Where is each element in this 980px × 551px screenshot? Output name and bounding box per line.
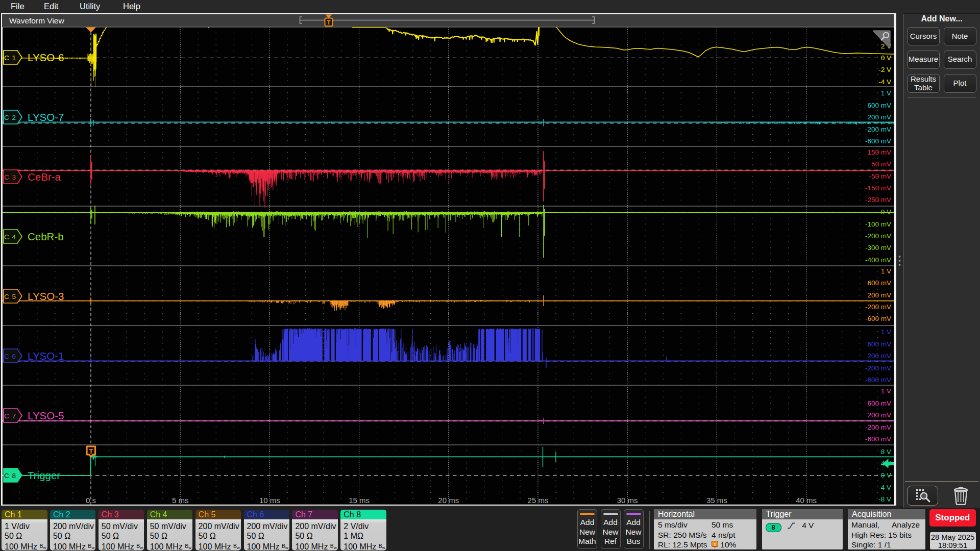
svg-text:File: File <box>11 2 24 11</box>
svg-text:-8 V: -8 V <box>878 495 891 503</box>
svg-text:-4 V: -4 V <box>878 484 891 491</box>
svg-text:25 ms: 25 ms <box>528 496 549 505</box>
svg-text:10 ms: 10 ms <box>259 496 280 505</box>
svg-text:LYSO-7: LYSO-7 <box>28 111 64 123</box>
svg-text:LYSO-6: LYSO-6 <box>28 52 64 63</box>
svg-text:-300 mV: -300 mV <box>865 244 891 252</box>
svg-text:T: T <box>714 542 717 547</box>
svg-text:LYSO-3: LYSO-3 <box>28 290 64 302</box>
svg-text:CebR-b: CebR-b <box>28 231 64 242</box>
svg-text:C 7: C 7 <box>4 412 16 420</box>
svg-text:-200 mV: -200 mV <box>865 423 891 431</box>
svg-text:Trigger: Trigger <box>28 469 60 481</box>
svg-text:15 ms: 15 ms <box>349 496 370 505</box>
svg-text:5 ms: 5 ms <box>172 496 189 505</box>
svg-text:600 mV: 600 mV <box>867 399 891 407</box>
svg-text:-600 mV: -600 mV <box>865 376 891 384</box>
svg-text:-600 mV: -600 mV <box>865 435 891 443</box>
svg-text:30 ms: 30 ms <box>617 496 638 505</box>
svg-text:1 V: 1 V <box>881 267 891 275</box>
svg-text:0 V: 0 V <box>881 471 891 479</box>
svg-text:Edit: Edit <box>44 2 59 11</box>
svg-text:Utility: Utility <box>80 2 101 11</box>
svg-text:-150 mV: -150 mV <box>865 184 891 192</box>
svg-text:-400 mV: -400 mV <box>865 256 891 264</box>
svg-text:C 3: C 3 <box>4 173 16 181</box>
svg-text:200 mV: 200 mV <box>867 113 891 121</box>
svg-text:T: T <box>89 447 93 455</box>
svg-text:T: T <box>327 19 331 26</box>
svg-text:C 2: C 2 <box>4 114 16 121</box>
svg-text:-600 mV: -600 mV <box>865 137 891 145</box>
svg-text:200 mV: 200 mV <box>867 352 891 360</box>
svg-text:C 8: C 8 <box>4 472 16 480</box>
svg-text:-600 mV: -600 mV <box>865 315 891 322</box>
svg-text:Help: Help <box>123 2 140 11</box>
svg-text:20 ms: 20 ms <box>438 496 459 505</box>
svg-text:1 V: 1 V <box>881 387 891 395</box>
svg-text:200 mV: 200 mV <box>867 411 891 419</box>
svg-text:C 4: C 4 <box>4 233 16 241</box>
svg-text:0 s: 0 s <box>86 496 96 505</box>
svg-text:C 6: C 6 <box>4 353 16 360</box>
svg-text:1 V: 1 V <box>881 328 891 336</box>
svg-text:C 5: C 5 <box>4 293 16 300</box>
svg-text:1 V: 1 V <box>881 89 891 97</box>
svg-text:0 V: 0 V <box>881 208 891 216</box>
svg-text:-200 mV: -200 mV <box>865 232 891 240</box>
svg-text:-100 mV: -100 mV <box>865 220 891 228</box>
svg-text:-200 mV: -200 mV <box>865 364 891 372</box>
svg-text:-4 V: -4 V <box>878 78 891 86</box>
svg-text:150 mV: 150 mV <box>867 148 891 156</box>
svg-text:LYSO-5: LYSO-5 <box>28 410 64 421</box>
svg-text:-200 mV: -200 mV <box>865 303 891 311</box>
svg-text:0 V: 0 V <box>881 54 891 62</box>
svg-text:-50 mV: -50 mV <box>869 172 891 180</box>
svg-text:-250 mV: -250 mV <box>865 196 891 204</box>
svg-text:50 mV: 50 mV <box>871 160 891 168</box>
svg-text:600 mV: 600 mV <box>867 340 891 348</box>
svg-text:600 mV: 600 mV <box>867 102 891 109</box>
svg-text:35 ms: 35 ms <box>706 496 727 505</box>
svg-text:Waveform View: Waveform View <box>9 16 64 25</box>
svg-text:-200 mV: -200 mV <box>865 126 891 133</box>
svg-text:40 ms: 40 ms <box>796 496 817 505</box>
svg-text:LYSO-1: LYSO-1 <box>28 350 64 362</box>
svg-text:CeBr-a: CeBr-a <box>28 171 61 183</box>
svg-text:-2 V: -2 V <box>878 66 891 73</box>
svg-text:C 1: C 1 <box>4 54 16 62</box>
svg-text:8 V: 8 V <box>881 448 891 456</box>
svg-text:200 mV: 200 mV <box>867 291 891 299</box>
svg-text:600 mV: 600 mV <box>867 279 891 287</box>
